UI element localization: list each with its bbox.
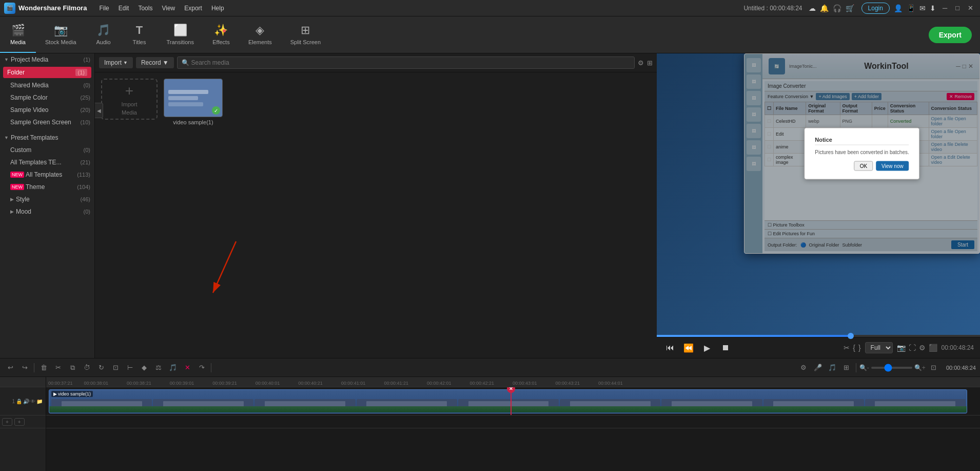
- timeline-audio-button[interactable]: 🎤: [812, 362, 824, 374]
- track-mute-icon[interactable]: 🔊: [23, 399, 29, 404]
- export-button[interactable]: Export: [929, 27, 972, 43]
- filter-icon[interactable]: ⚙: [638, 59, 644, 67]
- import-button[interactable]: Import ▼: [99, 57, 133, 68]
- timeline-snap-button[interactable]: ⊞: [840, 362, 853, 374]
- maximize-button[interactable]: □: [953, 3, 962, 13]
- menu-help[interactable]: Help: [207, 3, 228, 14]
- tab-effects[interactable]: ✨ Effects: [203, 16, 239, 53]
- message-icon[interactable]: ✉: [919, 4, 926, 12]
- menu-file[interactable]: File: [95, 3, 113, 14]
- menu-view[interactable]: View: [158, 3, 179, 14]
- preset-templates-item[interactable]: ▼ Preset Templates: [0, 131, 94, 144]
- menu-edit[interactable]: Edit: [114, 3, 133, 14]
- mark-button[interactable]: ✕: [181, 362, 193, 374]
- tab-transitions[interactable]: ⬜ Transitions: [158, 16, 203, 53]
- custom-item[interactable]: Custom (0): [0, 144, 94, 156]
- add-video-track-button[interactable]: +: [2, 418, 12, 426]
- quality-select[interactable]: Full: [865, 342, 893, 353]
- close-button[interactable]: ✕: [965, 3, 976, 13]
- media-item[interactable]: ✓ video sample(1): [164, 79, 223, 125]
- tab-elements[interactable]: ◈ Elements: [239, 16, 281, 53]
- folder-item[interactable]: Folder (1): [3, 67, 91, 78]
- style-item[interactable]: ▶ Style (46): [0, 193, 94, 205]
- track-lock-icon[interactable]: 🔒: [16, 399, 22, 404]
- track-folder-icon[interactable]: 📁: [36, 399, 43, 404]
- delete-button[interactable]: 🗑: [37, 362, 50, 374]
- cart-icon[interactable]: 🛒: [846, 4, 854, 12]
- shared-media-item[interactable]: Shared Media (0): [0, 79, 94, 91]
- record-button[interactable]: Record ▼: [136, 57, 174, 68]
- audio-adjust-button[interactable]: 🎵: [167, 362, 179, 374]
- sample-green-screen-item[interactable]: Sample Green Screen (10): [0, 116, 94, 128]
- menu-export[interactable]: Export: [180, 3, 206, 14]
- tab-media[interactable]: 🎬 Media: [0, 16, 36, 53]
- timeline-ruler: 00:00:37:21 00:00:38:01 00:00:38:21 00:0…: [46, 377, 980, 387]
- sample-video-item[interactable]: Sample Video (20): [0, 104, 94, 116]
- fit-button[interactable]: ⊡: [928, 362, 940, 374]
- rotate-button[interactable]: ↻: [95, 362, 107, 374]
- cloud-icon[interactable]: ☁: [809, 4, 816, 12]
- zoom-in-icon[interactable]: 🔍+: [914, 364, 926, 371]
- adjust-button[interactable]: ⚖: [152, 362, 165, 374]
- split-button[interactable]: ⊢: [124, 362, 136, 374]
- video-clip[interactable]: ▶ video sample(1): [49, 389, 967, 413]
- keyframe-button[interactable]: ◆: [138, 362, 150, 374]
- phone-icon[interactable]: 📱: [907, 4, 915, 12]
- expand-icon[interactable]: ⛶: [909, 344, 916, 352]
- forward-button[interactable]: ↷: [195, 362, 208, 374]
- crop-button[interactable]: ⊡: [109, 362, 122, 374]
- tab-stock-media[interactable]: 📷 Stock Media: [36, 16, 86, 53]
- timeline-settings-button[interactable]: ⚙: [797, 362, 810, 374]
- dialog-ok-button[interactable]: OK: [854, 161, 873, 171]
- zoom-out-icon[interactable]: 🔍-: [859, 364, 869, 371]
- settings-icon[interactable]: ⚙: [919, 344, 926, 352]
- sample-color-item[interactable]: Sample Color (25): [0, 91, 94, 104]
- track-eye-icon[interactable]: 👁: [30, 399, 35, 404]
- search-input[interactable]: [191, 59, 630, 66]
- all-templates-te-item[interactable]: All Templates TE... (21): [0, 156, 94, 168]
- zoom-slider[interactable]: [871, 367, 912, 369]
- screenshot-icon[interactable]: 📷: [897, 344, 906, 352]
- login-button[interactable]: Login: [861, 3, 890, 14]
- grid-view-icon[interactable]: ⊞: [647, 59, 653, 67]
- airplay-icon[interactable]: ⬛: [929, 344, 937, 352]
- play-button[interactable]: ▶: [700, 341, 714, 355]
- timeline-tracks-left: 1 🔒 🔊 👁 📁 + +: [0, 377, 46, 471]
- theme-item[interactable]: NEW Theme (104): [0, 181, 94, 193]
- search-box[interactable]: 🔍: [177, 56, 635, 69]
- import-placeholder[interactable]: + Import Media: [101, 79, 158, 120]
- add-audio-track-button[interactable]: +: [14, 418, 25, 426]
- timeline-time: 00:00:48:24: [946, 365, 976, 371]
- redo-button[interactable]: ↪: [18, 362, 31, 374]
- tab-titles[interactable]: T Titles: [122, 16, 158, 53]
- menu-tools[interactable]: Tools: [134, 3, 156, 14]
- speed-button[interactable]: ⏱: [81, 362, 93, 374]
- progress-bar-container[interactable]: [657, 335, 980, 337]
- project-media-item[interactable]: ▼ Project Media (1): [0, 53, 94, 66]
- minimize-button[interactable]: ─: [940, 3, 950, 13]
- headset-icon[interactable]: 🎧: [833, 4, 841, 12]
- scissors-icon[interactable]: ✂: [844, 344, 850, 352]
- dialog-viewnow-button[interactable]: View now: [876, 161, 909, 171]
- download-icon[interactable]: ⬇: [930, 4, 936, 12]
- bracket-start-icon[interactable]: {: [853, 344, 855, 352]
- tab-audio[interactable]: 🎵 Audio: [86, 16, 122, 53]
- mood-item[interactable]: ▶ Mood (0): [0, 205, 94, 218]
- search-icon: 🔍: [182, 59, 189, 66]
- cut-button[interactable]: ✂: [52, 362, 64, 374]
- step-back-button[interactable]: ⏪: [681, 341, 696, 355]
- bracket-end-icon[interactable]: }: [858, 344, 861, 352]
- stop-button[interactable]: ⏹: [718, 341, 733, 355]
- import-media-sublabel: Media: [122, 109, 137, 116]
- user-icon[interactable]: 👤: [894, 4, 903, 12]
- undo-button[interactable]: ↩: [4, 362, 16, 374]
- all-templates-item[interactable]: NEW All Templates (113): [0, 168, 94, 181]
- app-logo: 🎬 Wondershare Filmora: [4, 3, 87, 14]
- empty-track-row: [46, 416, 980, 428]
- timeline-voiceover-button[interactable]: 🎵: [826, 362, 838, 374]
- tab-split-screen[interactable]: ⊞ Split Screen: [281, 16, 330, 53]
- notification-icon[interactable]: 🔔: [820, 4, 829, 12]
- sample-video-label: Sample Video: [10, 106, 80, 114]
- copy-button[interactable]: ⧉: [66, 362, 79, 374]
- skip-back-button[interactable]: ⏮: [663, 341, 677, 355]
